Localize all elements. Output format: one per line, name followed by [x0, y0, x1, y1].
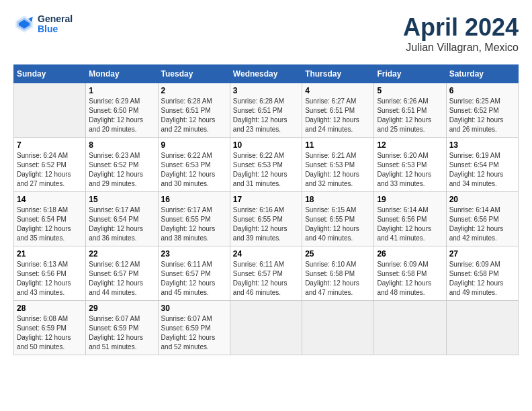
day-of-week-header: Sunday: [14, 65, 86, 83]
day-info: Sunrise: 6:11 AM Sunset: 6:57 PM Dayligh…: [233, 260, 299, 298]
calendar-header: SundayMondayTuesdayWednesdayThursdayFrid…: [14, 65, 519, 83]
day-info: Sunrise: 6:14 AM Sunset: 6:56 PM Dayligh…: [449, 205, 515, 243]
calendar-cell: 19Sunrise: 6:14 AM Sunset: 6:56 PM Dayli…: [374, 192, 446, 246]
calendar-cell: 29Sunrise: 6:07 AM Sunset: 6:59 PM Dayli…: [86, 301, 158, 355]
calendar-cell: 25Sunrise: 6:10 AM Sunset: 6:58 PM Dayli…: [302, 246, 374, 301]
day-number: 5: [377, 86, 443, 95]
day-info: Sunrise: 6:08 AM Sunset: 6:59 PM Dayligh…: [17, 314, 83, 352]
calendar-cell: 26Sunrise: 6:09 AM Sunset: 6:58 PM Dayli…: [374, 246, 446, 301]
calendar-cell: 2Sunrise: 6:28 AM Sunset: 6:51 PM Daylig…: [158, 83, 230, 138]
title-area: April 2024 Julian Villagran, Mexico: [403, 13, 519, 54]
day-number: 9: [161, 140, 227, 150]
day-info: Sunrise: 6:19 AM Sunset: 6:54 PM Dayligh…: [449, 151, 515, 189]
day-info: Sunrise: 6:22 AM Sunset: 6:53 PM Dayligh…: [233, 151, 299, 189]
calendar-cell: [374, 301, 446, 355]
day-info: Sunrise: 6:13 AM Sunset: 6:56 PM Dayligh…: [17, 260, 83, 298]
calendar-cell: [302, 301, 374, 355]
day-number: 21: [17, 249, 83, 259]
day-info: Sunrise: 6:16 AM Sunset: 6:55 PM Dayligh…: [233, 205, 299, 243]
day-info: Sunrise: 6:09 AM Sunset: 6:58 PM Dayligh…: [449, 260, 515, 298]
day-info: Sunrise: 6:23 AM Sunset: 6:52 PM Dayligh…: [89, 151, 154, 189]
logo: General Blue: [13, 13, 73, 35]
day-number: 16: [161, 195, 227, 204]
calendar-cell: 10Sunrise: 6:22 AM Sunset: 6:53 PM Dayli…: [230, 138, 302, 192]
calendar-cell: 11Sunrise: 6:21 AM Sunset: 6:53 PM Dayli…: [302, 138, 374, 192]
day-number: 20: [449, 195, 515, 204]
calendar-cell: 3Sunrise: 6:28 AM Sunset: 6:51 PM Daylig…: [230, 83, 302, 138]
day-number: 6: [449, 86, 515, 95]
day-info: Sunrise: 6:10 AM Sunset: 6:58 PM Dayligh…: [305, 260, 371, 298]
day-number: 3: [233, 86, 299, 95]
day-of-week-header: Wednesday: [230, 65, 302, 83]
day-number: 14: [17, 195, 83, 204]
day-number: 10: [233, 140, 299, 150]
day-number: 25: [305, 249, 371, 259]
day-info: Sunrise: 6:26 AM Sunset: 6:51 PM Dayligh…: [377, 97, 443, 134]
day-info: Sunrise: 6:29 AM Sunset: 6:50 PM Dayligh…: [89, 97, 154, 134]
calendar-cell: [230, 301, 302, 355]
day-number: 17: [233, 195, 299, 204]
day-info: Sunrise: 6:22 AM Sunset: 6:53 PM Dayligh…: [161, 151, 227, 189]
day-of-week-header: Thursday: [302, 65, 374, 83]
day-info: Sunrise: 6:21 AM Sunset: 6:53 PM Dayligh…: [305, 151, 371, 189]
day-info: Sunrise: 6:14 AM Sunset: 6:56 PM Dayligh…: [377, 205, 443, 243]
calendar-cell: 5Sunrise: 6:26 AM Sunset: 6:51 PM Daylig…: [374, 83, 446, 138]
day-info: Sunrise: 6:27 AM Sunset: 6:51 PM Dayligh…: [305, 97, 371, 134]
day-number: 26: [377, 249, 443, 259]
calendar-body: 1Sunrise: 6:29 AM Sunset: 6:50 PM Daylig…: [14, 83, 519, 355]
calendar-cell: [14, 83, 86, 138]
day-info: Sunrise: 6:20 AM Sunset: 6:53 PM Dayligh…: [377, 151, 443, 189]
day-info: Sunrise: 6:12 AM Sunset: 6:57 PM Dayligh…: [89, 260, 154, 298]
day-number: 18: [305, 195, 371, 204]
day-info: Sunrise: 6:17 AM Sunset: 6:54 PM Dayligh…: [89, 205, 154, 243]
day-number: 15: [89, 195, 154, 204]
calendar-week-row: 1Sunrise: 6:29 AM Sunset: 6:50 PM Daylig…: [14, 83, 519, 138]
calendar-cell: 22Sunrise: 6:12 AM Sunset: 6:57 PM Dayli…: [86, 246, 158, 301]
day-info: Sunrise: 6:17 AM Sunset: 6:55 PM Dayligh…: [161, 205, 227, 243]
day-of-week-header: Friday: [374, 65, 446, 83]
calendar-week-row: 14Sunrise: 6:18 AM Sunset: 6:54 PM Dayli…: [14, 192, 519, 246]
day-number: 27: [449, 249, 515, 259]
calendar-cell: 12Sunrise: 6:20 AM Sunset: 6:53 PM Dayli…: [374, 138, 446, 192]
day-number: 4: [305, 86, 371, 95]
subtitle: Julian Villagran, Mexico: [403, 42, 519, 54]
day-info: Sunrise: 6:18 AM Sunset: 6:54 PM Dayligh…: [17, 205, 83, 243]
day-info: Sunrise: 6:07 AM Sunset: 6:59 PM Dayligh…: [89, 314, 154, 352]
calendar-table: SundayMondayTuesdayWednesdayThursdayFrid…: [13, 64, 519, 355]
calendar-cell: 30Sunrise: 6:07 AM Sunset: 6:59 PM Dayli…: [158, 301, 230, 355]
calendar-cell: 14Sunrise: 6:18 AM Sunset: 6:54 PM Dayli…: [14, 192, 86, 246]
calendar-cell: 20Sunrise: 6:14 AM Sunset: 6:56 PM Dayli…: [446, 192, 518, 246]
day-info: Sunrise: 6:24 AM Sunset: 6:52 PM Dayligh…: [17, 151, 83, 189]
calendar-week-row: 21Sunrise: 6:13 AM Sunset: 6:56 PM Dayli…: [14, 246, 519, 301]
day-number: 11: [305, 140, 371, 150]
day-info: Sunrise: 6:09 AM Sunset: 6:58 PM Dayligh…: [377, 260, 443, 298]
day-info: Sunrise: 6:11 AM Sunset: 6:57 PM Dayligh…: [161, 260, 227, 298]
calendar-cell: 24Sunrise: 6:11 AM Sunset: 6:57 PM Dayli…: [230, 246, 302, 301]
day-of-week-header: Tuesday: [158, 65, 230, 83]
day-number: 22: [89, 249, 154, 259]
calendar-cell: 8Sunrise: 6:23 AM Sunset: 6:52 PM Daylig…: [86, 138, 158, 192]
day-number: 23: [161, 249, 227, 259]
calendar-cell: 16Sunrise: 6:17 AM Sunset: 6:55 PM Dayli…: [158, 192, 230, 246]
day-number: 8: [89, 140, 154, 150]
calendar-cell: 9Sunrise: 6:22 AM Sunset: 6:53 PM Daylig…: [158, 138, 230, 192]
calendar-cell: 15Sunrise: 6:17 AM Sunset: 6:54 PM Dayli…: [86, 192, 158, 246]
day-number: 13: [449, 140, 515, 150]
calendar-cell: 27Sunrise: 6:09 AM Sunset: 6:58 PM Dayli…: [446, 246, 518, 301]
logo-text: General Blue: [38, 14, 73, 35]
calendar-cell: 13Sunrise: 6:19 AM Sunset: 6:54 PM Dayli…: [446, 138, 518, 192]
day-info: Sunrise: 6:28 AM Sunset: 6:51 PM Dayligh…: [233, 97, 299, 134]
day-number: 29: [89, 304, 154, 313]
day-info: Sunrise: 6:25 AM Sunset: 6:52 PM Dayligh…: [449, 97, 515, 134]
page-header: General Blue April 2024 Julian Villagran…: [13, 13, 519, 54]
day-number: 2: [161, 86, 227, 95]
calendar-cell: 21Sunrise: 6:13 AM Sunset: 6:56 PM Dayli…: [14, 246, 86, 301]
day-info: Sunrise: 6:28 AM Sunset: 6:51 PM Dayligh…: [161, 97, 227, 134]
calendar-cell: 28Sunrise: 6:08 AM Sunset: 6:59 PM Dayli…: [14, 301, 86, 355]
calendar-cell: 6Sunrise: 6:25 AM Sunset: 6:52 PM Daylig…: [446, 83, 518, 138]
day-of-week-header: Monday: [86, 65, 158, 83]
day-number: 19: [377, 195, 443, 204]
day-number: 28: [17, 304, 83, 313]
day-of-week-header: Saturday: [446, 65, 518, 83]
day-info: Sunrise: 6:07 AM Sunset: 6:59 PM Dayligh…: [161, 314, 227, 352]
